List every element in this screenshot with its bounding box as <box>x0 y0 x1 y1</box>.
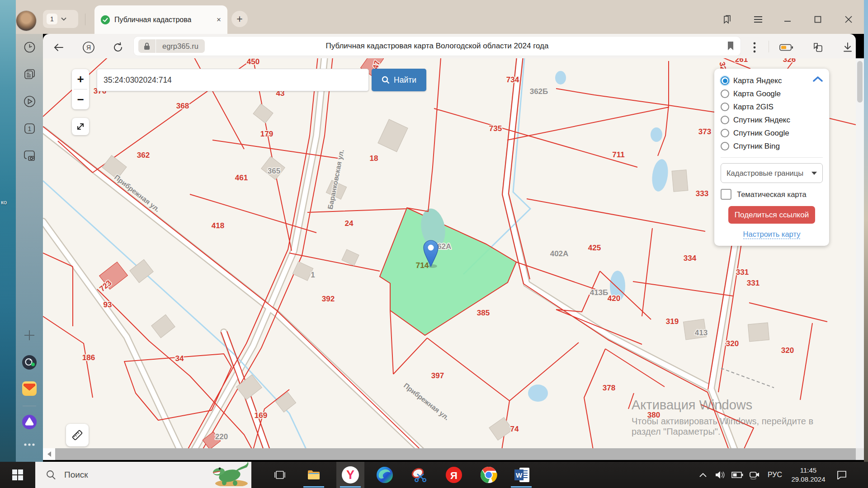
layer-option-yandex-map[interactable]: Карта Яндекс <box>721 74 823 87</box>
svg-text:1: 1 <box>28 125 31 132</box>
play-media-icon[interactable] <box>16 91 43 111</box>
parcel-label: 334 <box>684 254 697 263</box>
scroll-left-button[interactable] <box>43 448 55 460</box>
thematic-label: Тематическая карта <box>737 190 807 199</box>
scrollbar-thumb[interactable] <box>55 448 856 460</box>
meet-now-icon[interactable] <box>746 462 763 488</box>
zen-icon[interactable] <box>16 352 43 372</box>
more-options-icon[interactable] <box>747 40 762 55</box>
lock-icon[interactable] <box>138 39 156 53</box>
cadastral-search-field[interactable] <box>97 69 369 91</box>
tabs-count-icon[interactable]: 1 <box>16 118 43 138</box>
layer-option-google-map[interactable]: Карта Google <box>721 87 823 100</box>
yandex-mail-icon[interactable] <box>16 379 43 399</box>
zoom-out-button[interactable]: − <box>72 89 89 109</box>
zoom-in-button[interactable]: + <box>72 69 89 89</box>
back-button[interactable] <box>51 40 66 55</box>
history-icon[interactable] <box>16 37 43 57</box>
parcel-label: 326 <box>783 58 796 64</box>
site-favicon-icon <box>101 15 110 24</box>
bookmark-icon[interactable] <box>727 41 734 52</box>
desktop-wallpaper-right <box>864 0 868 488</box>
new-tab-button[interactable]: + <box>231 11 248 27</box>
radio-icon[interactable] <box>721 129 729 137</box>
layers-panel: Карта Яндекс Карта Google Карта 2GIS Спу… <box>714 69 829 246</box>
vertical-scrollbar[interactable] <box>856 58 864 448</box>
add-panel-icon[interactable] <box>16 325 43 345</box>
collections-icon[interactable] <box>810 40 826 55</box>
minimize-button[interactable] <box>780 12 795 27</box>
tab-counter-button[interactable]: 1 <box>43 10 78 28</box>
system-tray: РУС 11:45 29.08.2024 <box>694 462 868 488</box>
maximize-button[interactable] <box>810 12 826 27</box>
menu-icon[interactable] <box>750 12 766 27</box>
task-view-button[interactable] <box>267 462 293 488</box>
screenshot-icon[interactable] <box>16 145 43 165</box>
layer-label: Спутник Bing <box>733 142 780 151</box>
address-bar[interactable]: egrp365.ru Публичная кадастровая карта В… <box>134 37 741 56</box>
profile-avatar[interactable] <box>16 11 36 31</box>
thematic-map-option[interactable]: Тематическая карта <box>721 189 823 200</box>
radio-icon[interactable] <box>721 116 729 124</box>
alice-assistant-icon[interactable] <box>16 412 43 432</box>
collapse-panel-icon[interactable] <box>813 76 823 84</box>
language-indicator[interactable]: РУС <box>763 471 787 479</box>
yandex-browser-icon[interactable]: Y <box>336 462 364 488</box>
find-button[interactable]: Найти <box>372 69 426 91</box>
parcel-label: 331 <box>747 279 760 287</box>
radio-icon[interactable] <box>721 142 729 150</box>
bookmarks-panel-icon[interactable] <box>719 12 735 27</box>
action-center-icon[interactable] <box>830 470 854 479</box>
configure-map-link[interactable]: Настроить карту <box>721 230 823 239</box>
layer-label: Карта 2GIS <box>733 103 774 112</box>
scrollbar-thumb[interactable] <box>857 61 863 103</box>
radio-icon[interactable] <box>721 76 729 85</box>
checkbox-icon[interactable] <box>721 189 731 200</box>
edge-browser-icon[interactable] <box>372 462 398 488</box>
more-panels-icon[interactable] <box>16 435 43 455</box>
snipping-tool-icon[interactable] <box>406 462 432 488</box>
refresh-icon[interactable] <box>111 40 126 55</box>
fullscreen-toggle-button[interactable] <box>72 118 89 135</box>
battery-tray-icon[interactable] <box>729 462 746 488</box>
tray-expand-icon[interactable] <box>694 462 712 488</box>
parcel-label: 397 <box>431 371 444 380</box>
word-icon[interactable]: W <box>509 462 535 488</box>
share-link-button[interactable]: Поделиться ссылкой <box>728 206 815 224</box>
downloads-icon[interactable] <box>840 40 855 55</box>
url-domain[interactable]: egrp365.ru <box>156 39 205 53</box>
parcel-label: 734 <box>506 75 519 84</box>
layer-option-2gis-map[interactable]: Карта 2GIS <box>721 100 823 113</box>
close-button[interactable] <box>841 12 856 27</box>
browser-tab-active[interactable]: Публичная кадастрова × <box>94 5 227 34</box>
tab-close-icon[interactable]: × <box>217 15 221 24</box>
layer-label: Карта Google <box>733 89 781 99</box>
horizontal-scrollbar[interactable] <box>43 448 856 460</box>
ruler-tool-button[interactable] <box>66 424 89 446</box>
radio-icon[interactable] <box>721 89 729 98</box>
taskbar-search-box[interactable]: Поиск <box>35 462 251 488</box>
parcel-label: 18 <box>370 154 378 163</box>
volume-icon[interactable] <box>712 462 729 488</box>
parcel-label: 320 <box>726 339 739 348</box>
file-explorer-icon[interactable] <box>301 462 327 488</box>
divider <box>721 157 823 158</box>
clock[interactable]: 11:45 29.08.2024 <box>787 466 830 484</box>
parcel-label: 378 <box>603 384 615 392</box>
notes-icon[interactable] <box>16 64 43 84</box>
start-button[interactable] <box>0 462 35 488</box>
radio-icon[interactable] <box>721 103 729 111</box>
search-input[interactable] <box>97 69 381 91</box>
yandex-app-icon[interactable]: Я <box>441 462 467 488</box>
yandex-services-icon[interactable]: Я <box>81 40 96 55</box>
battery-icon[interactable] <box>778 40 794 55</box>
parcel-label: 93 <box>104 300 112 309</box>
parcel-label: 362 <box>137 151 150 160</box>
layer-option-bing-satellite[interactable]: Спутник Bing <box>721 140 823 153</box>
layer-option-google-satellite[interactable]: Спутник Google <box>721 127 823 140</box>
map-canvas[interactable]: 450433763681793624613654182418734362Б735… <box>43 58 856 448</box>
layer-option-yandex-satellite[interactable]: Спутник Яндекс <box>721 113 823 127</box>
overlay-select[interactable]: Кадастровые границы <box>721 163 823 183</box>
parcel-label: 402А <box>550 249 569 258</box>
chrome-browser-icon[interactable] <box>476 462 502 488</box>
